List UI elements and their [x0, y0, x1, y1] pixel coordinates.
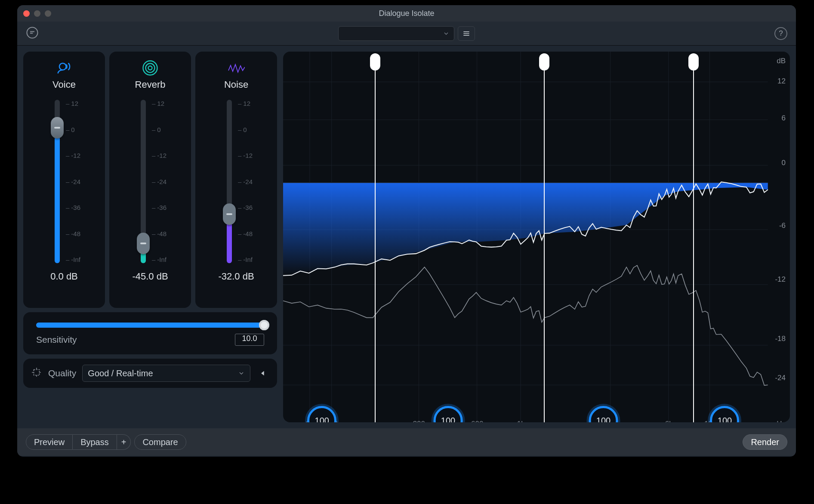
- band-divider-handle[interactable]: [688, 53, 699, 71]
- chevron-down-icon: [443, 30, 450, 37]
- voice-icon: [56, 59, 72, 77]
- band-divider[interactable]: [375, 69, 376, 422]
- traffic-lights: [23, 10, 51, 17]
- svg-point-3: [146, 64, 155, 73]
- reverb-label: Reverb: [135, 79, 166, 90]
- noise-slider-card: Noise 120-12-24-36-48-Inf -32.0 dB: [195, 52, 277, 308]
- reverb-slider[interactable]: 120-12-24-36-48-Inf: [133, 100, 167, 263]
- titlebar: Dialogue Isolate: [17, 5, 796, 22]
- header: ?: [17, 22, 796, 46]
- menu-button[interactable]: [458, 26, 475, 41]
- voice-label: Voice: [52, 79, 76, 90]
- reverb-slider-thumb[interactable]: [137, 233, 150, 254]
- preview-button[interactable]: Preview: [26, 434, 73, 450]
- plus-button[interactable]: +: [117, 434, 131, 450]
- chat-icon[interactable]: [26, 26, 47, 41]
- bottombar: Preview Bypass + Compare Render: [17, 428, 796, 456]
- quality-label: Quality: [48, 368, 76, 378]
- voice-slider-thumb[interactable]: [51, 117, 64, 138]
- compare-button[interactable]: Compare: [134, 434, 186, 450]
- spectrum-display[interactable]: dB1260-6-12-18-24 601003006001k3k6k10kHz…: [283, 52, 790, 422]
- band-divider-handle[interactable]: [370, 53, 380, 71]
- zoom-icon[interactable]: [45, 10, 51, 17]
- reverb-value: -45.0 dB: [132, 271, 168, 282]
- svg-point-0: [27, 27, 38, 38]
- sensitivity-thumb[interactable]: [259, 320, 269, 330]
- band-knob[interactable]: 100: [589, 406, 618, 422]
- bypass-button[interactable]: Bypass: [73, 434, 117, 450]
- noise-value: -32.0 dB: [218, 271, 254, 282]
- reverb-slider-card: Reverb 120-12-24-36-48-Inf -45.0 dB: [109, 52, 191, 308]
- band-knob[interactable]: 100: [710, 406, 739, 422]
- voice-slider-card: Voice 120-12-24-36-48-Inf 0.0 dB: [23, 52, 105, 308]
- reverb-icon: [142, 59, 158, 77]
- sensitivity-label: Sensitivity: [36, 335, 77, 345]
- window-title: Dialogue Isolate: [379, 9, 434, 18]
- sensitivity-card: Sensitivity 10.0: [23, 312, 277, 354]
- noise-icon: [228, 59, 245, 77]
- chip-icon: [31, 367, 42, 380]
- voice-slider[interactable]: 120-12-24-36-48-Inf: [47, 100, 81, 263]
- band-knob[interactable]: 100: [434, 406, 463, 422]
- quality-card: Quality Good / Real-time: [23, 359, 277, 388]
- preset-select[interactable]: [338, 26, 454, 41]
- band-divider[interactable]: [693, 69, 694, 422]
- band-divider-handle[interactable]: [539, 53, 549, 71]
- quality-select[interactable]: Good / Real-time: [82, 365, 250, 382]
- voice-value: 0.0 dB: [50, 271, 78, 282]
- svg-point-2: [148, 66, 152, 70]
- band-divider[interactable]: [544, 69, 545, 422]
- hamburger-icon: [462, 29, 471, 38]
- render-button[interactable]: Render: [743, 434, 787, 450]
- quality-value: Good / Real-time: [88, 369, 153, 378]
- svg-rect-5: [34, 370, 40, 375]
- collapse-button[interactable]: [256, 365, 269, 382]
- minimize-icon[interactable]: [34, 10, 40, 17]
- help-button[interactable]: ?: [774, 27, 787, 40]
- chevron-down-icon: [238, 370, 245, 377]
- noise-slider-thumb[interactable]: [223, 203, 236, 225]
- sensitivity-input[interactable]: 10.0: [235, 334, 264, 346]
- noise-label: Noise: [224, 79, 248, 90]
- close-icon[interactable]: [23, 10, 30, 17]
- sensitivity-slider[interactable]: [36, 323, 264, 328]
- noise-slider[interactable]: 120-12-24-36-48-Inf: [219, 100, 253, 263]
- app-window: Dialogue Isolate ?: [17, 5, 796, 457]
- svg-point-1: [59, 63, 66, 70]
- band-knob[interactable]: 100: [307, 406, 336, 422]
